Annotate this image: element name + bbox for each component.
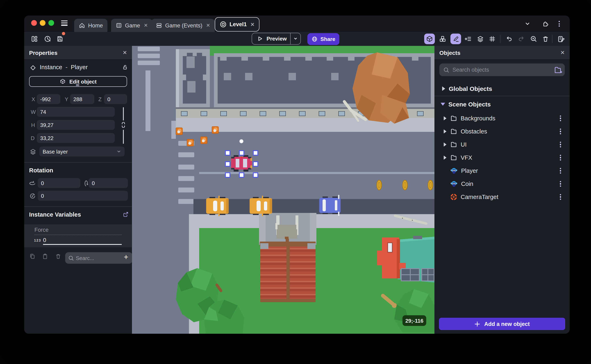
close-window-light[interactable] (31, 20, 37, 26)
depth-input[interactable] (37, 133, 115, 143)
panels-layout-icon[interactable] (29, 33, 40, 44)
layers-icon[interactable] (475, 33, 486, 44)
view-3d-toggle-active[interactable] (424, 33, 435, 44)
paste-variable-icon[interactable] (42, 253, 48, 260)
redo-icon-disabled[interactable] (516, 33, 527, 44)
folder-row-vfx[interactable]: VFX (434, 151, 570, 164)
close-properties-icon[interactable]: ✕ (123, 50, 127, 56)
3d-model-monkey-icon (450, 167, 458, 175)
row-menu-kebab-icon[interactable] (560, 141, 561, 149)
rotation-x-input[interactable] (38, 178, 80, 188)
unlock-icon[interactable] (122, 64, 128, 71)
add-folder-icon[interactable] (553, 65, 562, 75)
tab-level1[interactable]: Level1 ✕ (215, 17, 259, 32)
object-row-cameratarget[interactable]: CameraTarget (434, 190, 570, 203)
variable-value[interactable]: 0 (43, 237, 46, 243)
row-menu-kebab-icon[interactable] (560, 167, 561, 175)
close-tab-icon[interactable]: ✕ (250, 21, 254, 27)
extensions-puzzle-icon[interactable] (540, 19, 551, 29)
chevron-down-icon (441, 102, 445, 106)
unsaved-changes-dot (62, 32, 65, 35)
title-bar: Home Game ✕ Game (Events) ✕ Level1 ✕ (24, 16, 570, 32)
layer-select[interactable]: Base layer (39, 147, 125, 156)
selected-instance-player[interactable] (231, 155, 252, 172)
scene-editor-canvas[interactable]: 29;-116 (132, 46, 434, 334)
tab-label: Game (125, 22, 140, 28)
tab-game[interactable]: Game ✕ (111, 19, 153, 32)
scene-properties-icon[interactable] (556, 33, 566, 44)
preview-button[interactable]: Preview (252, 33, 301, 45)
coin (402, 180, 407, 190)
delete-variable-icon[interactable] (55, 253, 61, 260)
instance-title: Instance - Player (40, 64, 88, 71)
y-input[interactable] (70, 94, 94, 104)
z-label: Z (98, 96, 102, 102)
folder-row-backgrounds[interactable]: Backgrounds (434, 112, 570, 125)
variables-search-input[interactable] (65, 252, 132, 264)
scene-objects-section[interactable]: Scene Objects (434, 98, 570, 110)
rotate-z-icon (29, 192, 36, 200)
lane-marking (146, 71, 150, 131)
object-row-coin[interactable]: Coin (434, 177, 570, 190)
preview-options-chevron-icon[interactable] (291, 36, 300, 42)
object-row-player[interactable]: Player (434, 164, 570, 177)
menu-icon[interactable] (61, 19, 68, 27)
selection-handle (226, 162, 230, 166)
close-objects-icon[interactable]: ✕ (560, 50, 565, 56)
folder-icon (450, 154, 457, 161)
add-new-object-button[interactable]: Add a new object (439, 318, 565, 330)
tab-game-events[interactable]: Game (Events) ✕ (151, 19, 215, 32)
row-menu-kebab-icon[interactable] (560, 180, 561, 188)
close-tab-icon[interactable]: ✕ (206, 23, 210, 28)
3d-model-monkey-icon (450, 180, 458, 188)
row-menu-kebab-icon[interactable] (560, 128, 561, 135)
save-icon[interactable] (54, 33, 65, 44)
window-menu-kebab-icon[interactable] (559, 20, 560, 28)
divider (24, 162, 132, 162)
copy-variable-icon[interactable] (29, 253, 36, 260)
edit-object-button[interactable]: 3D Edit object (29, 76, 127, 87)
undo-icon[interactable] (504, 33, 514, 44)
instance-diamond-icon (30, 65, 36, 71)
height-input[interactable] (37, 120, 115, 130)
zoom-in-icon[interactable] (528, 33, 539, 44)
instances-list-icon[interactable] (463, 33, 473, 44)
rotate-y-icon (82, 180, 89, 187)
folder-row-obstacles[interactable]: Obstacles (434, 125, 570, 138)
add-variable-button[interactable]: + (124, 253, 128, 262)
global-objects-section[interactable]: Global Objects (434, 82, 570, 95)
z-input[interactable] (104, 94, 127, 104)
variable-row[interactable]: Force 123 0 (24, 224, 132, 247)
chevron-down-icon[interactable] (522, 19, 533, 29)
link-dimensions-icon[interactable] (121, 122, 126, 128)
variable-name[interactable]: Force (34, 227, 49, 233)
x-input[interactable] (37, 94, 60, 104)
open-variables-icon[interactable] (123, 211, 129, 217)
solar-panel (401, 268, 420, 281)
row-menu-kebab-icon[interactable] (560, 115, 561, 122)
rotation-handle[interactable] (239, 139, 243, 143)
row-menu-kebab-icon[interactable] (560, 193, 561, 201)
edit-mode-toggle-active[interactable] (451, 33, 461, 44)
close-tab-icon[interactable]: ✕ (144, 23, 148, 28)
zoom-window-light[interactable] (48, 20, 54, 26)
trash-icon[interactable] (540, 33, 551, 44)
folder-row-ui[interactable]: UI (434, 138, 570, 151)
width-input[interactable] (37, 107, 115, 117)
grid-icon[interactable] (487, 33, 498, 44)
rotation-y-input[interactable] (88, 178, 128, 188)
minimize-window-light[interactable] (40, 20, 46, 26)
tab-home[interactable]: Home (74, 19, 107, 32)
rotation-z-input[interactable] (38, 191, 128, 201)
pencil-icon (452, 35, 459, 42)
history-icon[interactable] (42, 33, 53, 44)
objects-search-input[interactable] (439, 64, 565, 76)
row-menu-kebab-icon[interactable] (560, 154, 561, 162)
folder-icon (450, 128, 457, 135)
folder-icon (450, 141, 457, 148)
objects-blocks-icon[interactable] (437, 33, 448, 44)
main-toolbar: Preview Share (24, 32, 570, 46)
obstacle-crate (212, 127, 219, 133)
home-icon (79, 22, 85, 29)
share-button[interactable]: Share (307, 33, 339, 45)
